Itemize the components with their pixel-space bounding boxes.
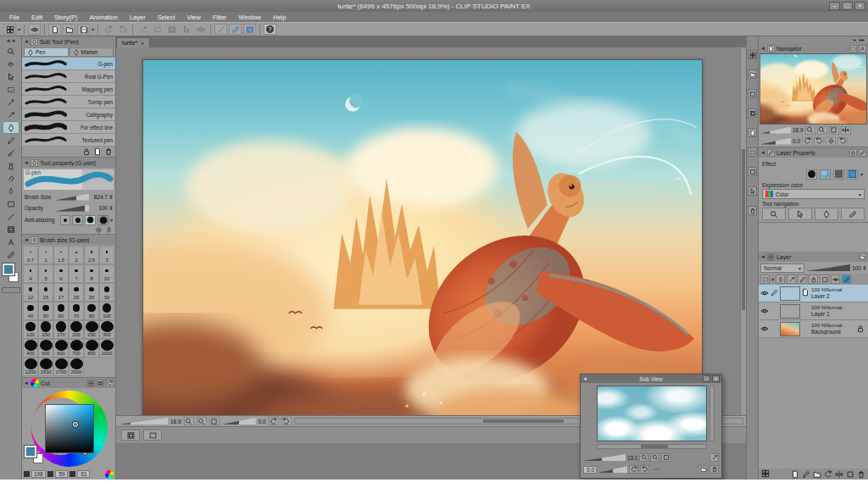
aa-caret-icon[interactable]: ▾ bbox=[110, 217, 113, 223]
sub-view-minimize-icon[interactable]: – bbox=[703, 375, 710, 382]
menu-item[interactable]: Story(P) bbox=[48, 14, 84, 21]
operation-tool[interactable] bbox=[3, 70, 19, 83]
brush-size-cell[interactable]: 2 bbox=[69, 246, 84, 264]
pin-caret-icon[interactable]: ▾ bbox=[771, 276, 774, 282]
zoom-in-icon[interactable] bbox=[197, 417, 207, 425]
material-manga-icon[interactable] bbox=[748, 128, 757, 137]
brush-size-cell[interactable]: 20 bbox=[69, 283, 84, 302]
brush-size-cell[interactable]: 5 bbox=[38, 264, 53, 283]
saturation-value-square[interactable] bbox=[45, 404, 94, 453]
lp-tab3-icon[interactable] bbox=[859, 149, 866, 157]
panel-collapse-icon[interactable]: ◄ bbox=[582, 376, 587, 381]
navigator-zoom-slider[interactable] bbox=[760, 127, 791, 134]
tool-nav-pen-button[interactable] bbox=[815, 208, 838, 220]
snap-to-ruler-icon[interactable] bbox=[214, 24, 227, 35]
sub-view-rotation-value[interactable]: 0.0 bbox=[583, 466, 597, 474]
canvas-vertical-scrollbar[interactable] bbox=[740, 47, 746, 415]
panel-collapse-icon[interactable]: ◄ bbox=[760, 46, 765, 51]
select-layer-mode-button[interactable] bbox=[121, 430, 140, 441]
tool-nav-object-button[interactable] bbox=[788, 208, 812, 220]
rotate-right-icon[interactable] bbox=[281, 417, 292, 425]
eraser-tool[interactable] bbox=[3, 172, 19, 185]
sv-previous-image-icon[interactable] bbox=[651, 465, 660, 474]
maximize-button[interactable]: □ bbox=[842, 2, 853, 10]
layer-thumbnail[interactable] bbox=[780, 304, 800, 319]
selection-tool[interactable] bbox=[3, 83, 19, 96]
delete-layer-button[interactable] bbox=[857, 470, 865, 479]
color-slider-tab-icon[interactable] bbox=[87, 380, 95, 387]
layer-color-button[interactable] bbox=[847, 169, 858, 180]
hue-value[interactable]: 198 bbox=[31, 470, 46, 478]
foreground-color-swatch[interactable] bbox=[25, 446, 36, 458]
brush-size-cell[interactable]: 17 bbox=[53, 283, 69, 302]
layer-visibility-eye-icon[interactable] bbox=[760, 289, 769, 297]
quick-access-palette-icon[interactable] bbox=[748, 50, 757, 59]
material-palette-icon[interactable] bbox=[748, 69, 757, 79]
nav-reset-rotation-icon[interactable] bbox=[837, 137, 848, 146]
brush-size-cell[interactable]: 0.7 bbox=[23, 246, 38, 264]
foreground-color-swatch[interactable] bbox=[3, 263, 14, 275]
aa-strong-button[interactable] bbox=[97, 215, 108, 225]
eyedropper-tool[interactable] bbox=[3, 108, 19, 121]
pen-tool[interactable] bbox=[3, 121, 19, 134]
nav-rotate-right-icon[interactable] bbox=[814, 137, 824, 146]
brightness-value[interactable]: 61 bbox=[77, 470, 90, 478]
new-layer-button[interactable] bbox=[791, 470, 799, 479]
saturation-value[interactable]: 59 bbox=[55, 470, 68, 478]
subtool-item[interactable]: Textured pen bbox=[22, 134, 115, 147]
panel-collapse-icon[interactable]: ◄ bbox=[24, 380, 29, 385]
move-tool[interactable] bbox=[3, 58, 19, 70]
auto-select-tool[interactable] bbox=[3, 96, 19, 108]
brush-size-cell[interactable]: 1.5 bbox=[53, 246, 69, 264]
brush-size-cell[interactable]: 3 bbox=[99, 246, 114, 264]
reference-layer-icon[interactable] bbox=[787, 274, 796, 284]
new-file-icon[interactable] bbox=[48, 24, 61, 35]
tool-nav-zoom-button[interactable] bbox=[762, 208, 786, 220]
sub-view-rotate-slider[interactable] bbox=[598, 466, 627, 473]
layer-row[interactable]: 100 %Normal Layer 1 bbox=[759, 302, 868, 320]
sub-view-zoom-slider[interactable] bbox=[583, 454, 626, 461]
save-icon[interactable] bbox=[77, 24, 90, 35]
brush-size-cell[interactable]: 170 bbox=[53, 320, 69, 339]
effect-caret-icon[interactable]: ▾ bbox=[860, 171, 863, 177]
sub-view-zoom-value[interactable]: 13.1 bbox=[627, 455, 637, 461]
crop-icon[interactable] bbox=[165, 24, 178, 35]
nav-zoom-out-icon[interactable] bbox=[805, 126, 815, 135]
fit-to-screen-icon[interactable] bbox=[209, 417, 220, 425]
delete-subtool-icon[interactable] bbox=[104, 147, 113, 156]
canvas-rotation-value[interactable]: 0.0 bbox=[259, 419, 266, 424]
brush-size-cell[interactable]: 6 bbox=[53, 264, 69, 283]
brush-size-cell[interactable]: 40 bbox=[23, 302, 38, 320]
brush-size-cell[interactable]: 150 bbox=[38, 320, 53, 339]
border-effect-button[interactable] bbox=[806, 169, 817, 180]
text-tool[interactable] bbox=[3, 236, 19, 248]
sub-view-vertical-scrollbar[interactable] bbox=[709, 385, 715, 441]
hint-lamp-icon[interactable] bbox=[105, 226, 113, 234]
aa-none-button[interactable] bbox=[60, 215, 71, 225]
brush-size-cell[interactable]: 100 bbox=[99, 302, 114, 320]
panel-collapse-icon[interactable]: ◄ bbox=[24, 160, 29, 165]
material-monochrome-icon[interactable] bbox=[748, 108, 757, 118]
create-mask-button[interactable] bbox=[846, 470, 854, 479]
layer-visibility-eye-icon[interactable] bbox=[760, 324, 769, 333]
sub-view-horizontal-scrollbar[interactable] bbox=[597, 444, 707, 449]
layer-opacity-slider[interactable] bbox=[806, 264, 850, 271]
information-tab-icon[interactable] bbox=[859, 45, 866, 53]
airbrush-tool[interactable] bbox=[3, 159, 19, 172]
brush-size-cell[interactable]: 2.5 bbox=[84, 246, 99, 264]
brush-size-cell[interactable]: 15 bbox=[38, 283, 53, 302]
menu-item[interactable]: Select bbox=[152, 14, 181, 21]
layer-thumbnail[interactable] bbox=[780, 286, 800, 301]
layer-row[interactable]: 100 %Normal Layer 2 bbox=[759, 285, 868, 302]
minimize-button[interactable]: – bbox=[829, 2, 840, 10]
nav-rotate-left-icon[interactable] bbox=[802, 137, 812, 146]
subtool-item[interactable]: Calligraphy bbox=[22, 108, 115, 121]
layer-row[interactable]: 100 %Normal Background bbox=[759, 320, 868, 338]
rotate-left-icon[interactable] bbox=[269, 417, 279, 425]
canvas-tab[interactable]: turtle* ● bbox=[116, 37, 150, 47]
brush-size-cell[interactable]: 120 bbox=[23, 320, 38, 339]
brush-size-value[interactable]: 824.7 bbox=[91, 194, 108, 200]
layer-visibility-eye-icon[interactable] bbox=[760, 307, 769, 315]
brush-tool[interactable] bbox=[3, 147, 19, 159]
undo-icon[interactable] bbox=[102, 24, 114, 35]
